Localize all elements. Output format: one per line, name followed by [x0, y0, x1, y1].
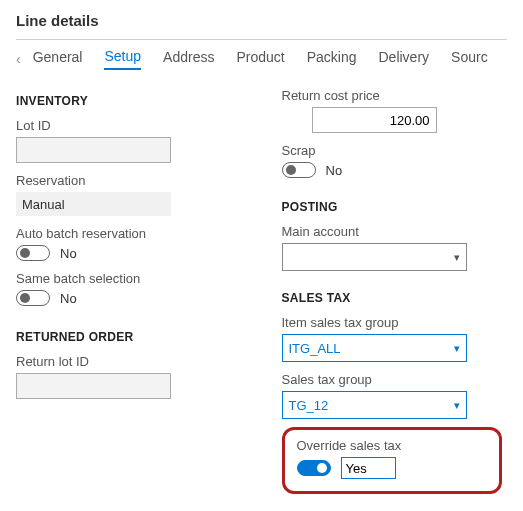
header-divider: [16, 39, 507, 40]
override-sales-tax-value[interactable]: [341, 457, 396, 479]
auto-batch-label: Auto batch reservation: [16, 226, 242, 241]
right-column: Return cost price Scrap No POSTING Main …: [282, 88, 508, 494]
chevron-down-icon: ▾: [454, 399, 460, 412]
sales-tax-heading: SALES TAX: [282, 291, 508, 305]
scrap-toggle[interactable]: [282, 162, 316, 178]
sales-tax-group-label: Sales tax group: [282, 372, 508, 387]
return-cost-label: Return cost price: [282, 88, 508, 103]
chevron-down-icon: ▾: [454, 251, 460, 264]
reservation-value[interactable]: Manual: [16, 192, 171, 216]
page-title: Line details: [16, 12, 507, 29]
same-batch-label: Same batch selection: [16, 271, 242, 286]
item-tax-group-dropdown[interactable]: ITG_ALL ▾: [282, 334, 467, 362]
sales-tax-group-dropdown[interactable]: TG_12 ▾: [282, 391, 467, 419]
posting-heading: POSTING: [282, 200, 508, 214]
tab-packing[interactable]: Packing: [307, 49, 357, 69]
returned-order-heading: RETURNED ORDER: [16, 330, 242, 344]
tab-address[interactable]: Address: [163, 49, 214, 69]
tab-sourcing[interactable]: Sourc: [451, 49, 488, 69]
return-cost-input[interactable]: [312, 107, 437, 133]
sales-tax-group-value: TG_12: [289, 398, 329, 413]
auto-batch-toggle[interactable]: [16, 245, 50, 261]
item-tax-group-value: ITG_ALL: [289, 341, 341, 356]
chevron-down-icon: ▾: [454, 342, 460, 355]
return-lot-input[interactable]: [16, 373, 171, 399]
tab-setup[interactable]: Setup: [104, 48, 141, 70]
same-batch-toggle[interactable]: [16, 290, 50, 306]
inventory-heading: INVENTORY: [16, 94, 242, 108]
main-account-dropdown[interactable]: ▾: [282, 243, 467, 271]
item-tax-group-label: Item sales tax group: [282, 315, 508, 330]
same-batch-state: No: [60, 291, 77, 306]
tab-delivery[interactable]: Delivery: [379, 49, 430, 69]
override-sales-tax-toggle[interactable]: [297, 460, 331, 476]
reservation-label: Reservation: [16, 173, 242, 188]
tab-general[interactable]: General: [33, 49, 83, 69]
auto-batch-state: No: [60, 246, 77, 261]
lot-id-label: Lot ID: [16, 118, 242, 133]
left-column: INVENTORY Lot ID Reservation Manual Auto…: [16, 88, 242, 494]
tab-product[interactable]: Product: [236, 49, 284, 69]
override-highlight: Override sales tax: [282, 427, 502, 494]
tab-strip: ‹ General Setup Address Product Packing …: [16, 48, 507, 70]
scrap-state: No: [326, 163, 343, 178]
scrap-label: Scrap: [282, 143, 508, 158]
lot-id-input[interactable]: [16, 137, 171, 163]
override-sales-tax-label: Override sales tax: [297, 438, 487, 453]
reservation-text: Manual: [22, 197, 65, 212]
return-lot-label: Return lot ID: [16, 354, 242, 369]
main-account-label: Main account: [282, 224, 508, 239]
tab-scroll-left[interactable]: ‹: [16, 51, 21, 67]
